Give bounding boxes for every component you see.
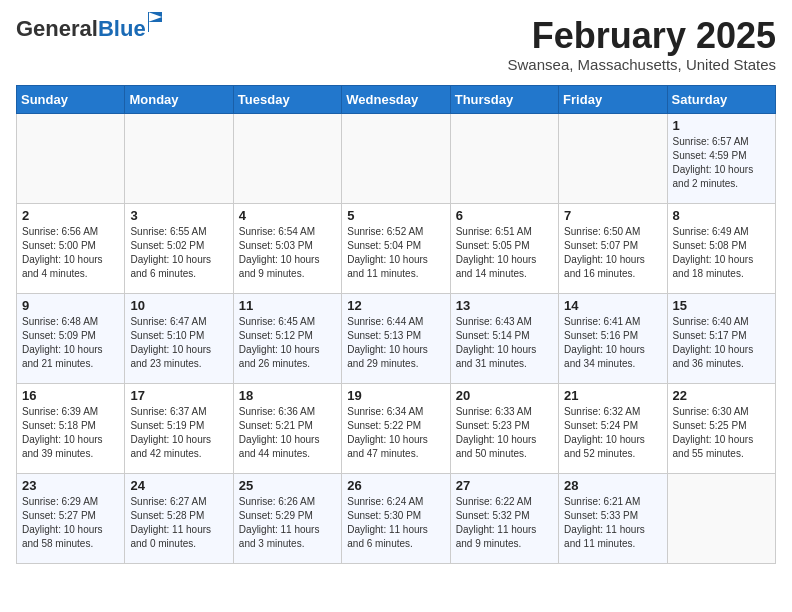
- calendar-cell: 17Sunrise: 6:37 AM Sunset: 5:19 PM Dayli…: [125, 383, 233, 473]
- day-number: 23: [22, 478, 119, 493]
- week-row-0: 1Sunrise: 6:57 AM Sunset: 4:59 PM Daylig…: [17, 113, 776, 203]
- day-info: Sunrise: 6:54 AM Sunset: 5:03 PM Dayligh…: [239, 225, 336, 281]
- calendar-cell: 7Sunrise: 6:50 AM Sunset: 5:07 PM Daylig…: [559, 203, 667, 293]
- calendar-cell: [667, 473, 775, 563]
- calendar-cell: 26Sunrise: 6:24 AM Sunset: 5:30 PM Dayli…: [342, 473, 450, 563]
- header-thursday: Thursday: [450, 85, 558, 113]
- calendar-cell: 6Sunrise: 6:51 AM Sunset: 5:05 PM Daylig…: [450, 203, 558, 293]
- day-number: 15: [673, 298, 770, 313]
- day-info: Sunrise: 6:30 AM Sunset: 5:25 PM Dayligh…: [673, 405, 770, 461]
- calendar-cell: [559, 113, 667, 203]
- calendar-cell: 12Sunrise: 6:44 AM Sunset: 5:13 PM Dayli…: [342, 293, 450, 383]
- day-info: Sunrise: 6:32 AM Sunset: 5:24 PM Dayligh…: [564, 405, 661, 461]
- day-number: 21: [564, 388, 661, 403]
- calendar-cell: 18Sunrise: 6:36 AM Sunset: 5:21 PM Dayli…: [233, 383, 341, 473]
- day-info: Sunrise: 6:34 AM Sunset: 5:22 PM Dayligh…: [347, 405, 444, 461]
- day-info: Sunrise: 6:36 AM Sunset: 5:21 PM Dayligh…: [239, 405, 336, 461]
- logo: GeneralBlue: [16, 16, 146, 42]
- month-title: February 2025: [508, 16, 776, 56]
- day-info: Sunrise: 6:51 AM Sunset: 5:05 PM Dayligh…: [456, 225, 553, 281]
- day-number: 20: [456, 388, 553, 403]
- calendar-cell: 19Sunrise: 6:34 AM Sunset: 5:22 PM Dayli…: [342, 383, 450, 473]
- calendar-cell: 3Sunrise: 6:55 AM Sunset: 5:02 PM Daylig…: [125, 203, 233, 293]
- day-number: 12: [347, 298, 444, 313]
- header-wednesday: Wednesday: [342, 85, 450, 113]
- week-row-4: 23Sunrise: 6:29 AM Sunset: 5:27 PM Dayli…: [17, 473, 776, 563]
- title-section: February 2025 Swansea, Massachusetts, Un…: [508, 16, 776, 73]
- calendar-cell: 22Sunrise: 6:30 AM Sunset: 5:25 PM Dayli…: [667, 383, 775, 473]
- day-number: 8: [673, 208, 770, 223]
- header-row: SundayMondayTuesdayWednesdayThursdayFrid…: [17, 85, 776, 113]
- week-row-3: 16Sunrise: 6:39 AM Sunset: 5:18 PM Dayli…: [17, 383, 776, 473]
- header-friday: Friday: [559, 85, 667, 113]
- day-number: 14: [564, 298, 661, 313]
- calendar-cell: 2Sunrise: 6:56 AM Sunset: 5:00 PM Daylig…: [17, 203, 125, 293]
- day-number: 26: [347, 478, 444, 493]
- day-number: 3: [130, 208, 227, 223]
- calendar-table: SundayMondayTuesdayWednesdayThursdayFrid…: [16, 85, 776, 564]
- week-row-1: 2Sunrise: 6:56 AM Sunset: 5:00 PM Daylig…: [17, 203, 776, 293]
- logo-flag-icon: [148, 12, 164, 32]
- calendar-cell: 24Sunrise: 6:27 AM Sunset: 5:28 PM Dayli…: [125, 473, 233, 563]
- header-saturday: Saturday: [667, 85, 775, 113]
- day-number: 17: [130, 388, 227, 403]
- day-number: 25: [239, 478, 336, 493]
- logo-general-text: General: [16, 16, 98, 41]
- day-info: Sunrise: 6:52 AM Sunset: 5:04 PM Dayligh…: [347, 225, 444, 281]
- day-number: 10: [130, 298, 227, 313]
- day-number: 2: [22, 208, 119, 223]
- day-number: 27: [456, 478, 553, 493]
- calendar-cell: [17, 113, 125, 203]
- day-info: Sunrise: 6:48 AM Sunset: 5:09 PM Dayligh…: [22, 315, 119, 371]
- day-info: Sunrise: 6:47 AM Sunset: 5:10 PM Dayligh…: [130, 315, 227, 371]
- day-info: Sunrise: 6:22 AM Sunset: 5:32 PM Dayligh…: [456, 495, 553, 551]
- calendar-cell: 1Sunrise: 6:57 AM Sunset: 4:59 PM Daylig…: [667, 113, 775, 203]
- calendar-cell: 8Sunrise: 6:49 AM Sunset: 5:08 PM Daylig…: [667, 203, 775, 293]
- calendar-cell: 20Sunrise: 6:33 AM Sunset: 5:23 PM Dayli…: [450, 383, 558, 473]
- calendar-cell: 9Sunrise: 6:48 AM Sunset: 5:09 PM Daylig…: [17, 293, 125, 383]
- calendar-cell: 21Sunrise: 6:32 AM Sunset: 5:24 PM Dayli…: [559, 383, 667, 473]
- day-number: 11: [239, 298, 336, 313]
- day-info: Sunrise: 6:49 AM Sunset: 5:08 PM Dayligh…: [673, 225, 770, 281]
- day-number: 6: [456, 208, 553, 223]
- calendar-cell: [450, 113, 558, 203]
- day-info: Sunrise: 6:56 AM Sunset: 5:00 PM Dayligh…: [22, 225, 119, 281]
- day-number: 18: [239, 388, 336, 403]
- day-number: 13: [456, 298, 553, 313]
- day-info: Sunrise: 6:55 AM Sunset: 5:02 PM Dayligh…: [130, 225, 227, 281]
- day-info: Sunrise: 6:57 AM Sunset: 4:59 PM Dayligh…: [673, 135, 770, 191]
- day-info: Sunrise: 6:41 AM Sunset: 5:16 PM Dayligh…: [564, 315, 661, 371]
- day-info: Sunrise: 6:24 AM Sunset: 5:30 PM Dayligh…: [347, 495, 444, 551]
- header-tuesday: Tuesday: [233, 85, 341, 113]
- day-info: Sunrise: 6:37 AM Sunset: 5:19 PM Dayligh…: [130, 405, 227, 461]
- calendar-cell: [342, 113, 450, 203]
- day-info: Sunrise: 6:44 AM Sunset: 5:13 PM Dayligh…: [347, 315, 444, 371]
- day-number: 24: [130, 478, 227, 493]
- day-info: Sunrise: 6:21 AM Sunset: 5:33 PM Dayligh…: [564, 495, 661, 551]
- day-number: 28: [564, 478, 661, 493]
- day-info: Sunrise: 6:33 AM Sunset: 5:23 PM Dayligh…: [456, 405, 553, 461]
- calendar-cell: 27Sunrise: 6:22 AM Sunset: 5:32 PM Dayli…: [450, 473, 558, 563]
- day-number: 22: [673, 388, 770, 403]
- calendar-cell: 15Sunrise: 6:40 AM Sunset: 5:17 PM Dayli…: [667, 293, 775, 383]
- day-number: 16: [22, 388, 119, 403]
- day-number: 9: [22, 298, 119, 313]
- day-info: Sunrise: 6:45 AM Sunset: 5:12 PM Dayligh…: [239, 315, 336, 371]
- day-number: 19: [347, 388, 444, 403]
- calendar-cell: 4Sunrise: 6:54 AM Sunset: 5:03 PM Daylig…: [233, 203, 341, 293]
- calendar-cell: 23Sunrise: 6:29 AM Sunset: 5:27 PM Dayli…: [17, 473, 125, 563]
- header: GeneralBlue February 2025 Swansea, Massa…: [16, 16, 776, 73]
- calendar-cell: 5Sunrise: 6:52 AM Sunset: 5:04 PM Daylig…: [342, 203, 450, 293]
- day-info: Sunrise: 6:50 AM Sunset: 5:07 PM Dayligh…: [564, 225, 661, 281]
- day-info: Sunrise: 6:40 AM Sunset: 5:17 PM Dayligh…: [673, 315, 770, 371]
- logo-blue-text: Blue: [98, 16, 146, 41]
- day-number: 5: [347, 208, 444, 223]
- day-info: Sunrise: 6:27 AM Sunset: 5:28 PM Dayligh…: [130, 495, 227, 551]
- calendar-cell: 11Sunrise: 6:45 AM Sunset: 5:12 PM Dayli…: [233, 293, 341, 383]
- day-info: Sunrise: 6:43 AM Sunset: 5:14 PM Dayligh…: [456, 315, 553, 371]
- day-info: Sunrise: 6:39 AM Sunset: 5:18 PM Dayligh…: [22, 405, 119, 461]
- day-info: Sunrise: 6:26 AM Sunset: 5:29 PM Dayligh…: [239, 495, 336, 551]
- calendar-cell: 25Sunrise: 6:26 AM Sunset: 5:29 PM Dayli…: [233, 473, 341, 563]
- calendar-cell: 14Sunrise: 6:41 AM Sunset: 5:16 PM Dayli…: [559, 293, 667, 383]
- calendar-cell: 16Sunrise: 6:39 AM Sunset: 5:18 PM Dayli…: [17, 383, 125, 473]
